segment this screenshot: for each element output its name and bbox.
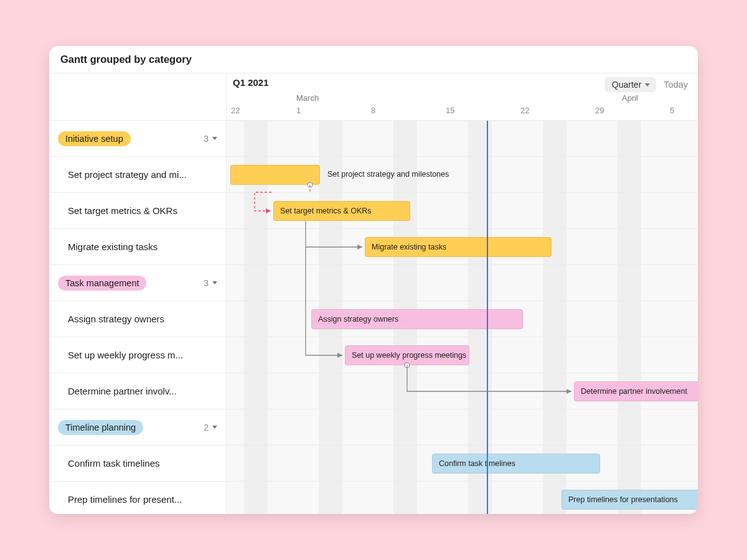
day-axis: 22181522295 (227, 106, 698, 118)
gantt-card: Gantt grouped by category Q1 2021 Quarte… (49, 46, 698, 514)
timeline-header: Q1 2021 Quarter Today MarchApril 2218152… (49, 73, 698, 121)
group-row[interactable]: Initiative setup3 (49, 121, 226, 157)
month-axis: MarchApril (227, 93, 698, 105)
day-label: 1 (296, 106, 301, 115)
task-row[interactable]: Set project strategy and mi... (49, 157, 226, 193)
gantt-bar[interactable]: Confirm task timelines (432, 454, 600, 474)
gantt-bar[interactable]: Set up weekly progress meetings (345, 345, 469, 365)
group-row[interactable]: Task management3 (49, 265, 226, 301)
gantt-chart-area[interactable]: Set project strategy and milestonesSet t… (227, 121, 698, 514)
task-list-column: Initiative setup3Set project strategy an… (49, 121, 227, 514)
timescale-label: Quarter (612, 80, 641, 90)
chevron-down-icon (212, 426, 217, 429)
month-label: March (296, 93, 319, 103)
today-indicator-line (487, 121, 488, 514)
group-count-number: 3 (204, 134, 209, 144)
row-divider (227, 264, 698, 265)
gantt-bar[interactable]: Assign strategy owners (311, 309, 523, 329)
task-row[interactable]: Prep timelines for present... (49, 482, 226, 514)
gantt-bar-label: Set project strategy and milestones (327, 170, 449, 179)
quarter-label: Q1 2021 (233, 77, 269, 88)
day-label: 29 (595, 106, 604, 115)
row-divider (227, 445, 698, 446)
group-count[interactable]: 2 (204, 422, 217, 432)
group-pill: Timeline planning (58, 420, 143, 435)
row-divider (227, 481, 698, 482)
task-row[interactable]: Migrate existing tasks (49, 229, 226, 265)
group-count[interactable]: 3 (204, 134, 217, 144)
weekend-stripe (618, 121, 641, 514)
task-row[interactable]: Confirm task timelines (49, 446, 226, 482)
row-divider (227, 301, 698, 301)
gantt-bar[interactable] (230, 165, 320, 185)
row-divider (227, 373, 698, 373)
gantt-body: Initiative setup3Set project strategy an… (49, 121, 698, 514)
task-row[interactable]: Set up weekly progress m... (49, 337, 226, 373)
row-divider (227, 192, 698, 193)
task-row[interactable]: Set target metrics & OKRs (49, 193, 226, 229)
page-title-bar: Gantt grouped by category (49, 46, 698, 73)
today-button[interactable]: Today (664, 80, 688, 90)
group-count[interactable]: 3 (204, 278, 217, 288)
row-divider (227, 228, 698, 229)
row-divider (227, 156, 698, 157)
task-row[interactable]: Determine partner involv... (49, 373, 226, 409)
gantt-bar[interactable]: Migrate existing tasks (365, 237, 552, 257)
group-row[interactable]: Timeline planning2 (49, 409, 226, 446)
chevron-down-icon (645, 83, 650, 86)
page-title: Gantt grouped by category (60, 54, 192, 65)
chevron-down-icon (212, 137, 217, 140)
group-pill: Task management (58, 276, 146, 291)
gantt-bar[interactable]: Determine partner involvement (574, 381, 698, 401)
day-label: 5 (670, 106, 674, 115)
gantt-bar[interactable]: Set target metrics & OKRs (273, 201, 410, 221)
left-col-header-spacer (49, 73, 227, 120)
day-label: 22 (520, 106, 529, 115)
day-label: 8 (371, 106, 375, 115)
timescale-select[interactable]: Quarter (604, 77, 656, 92)
day-label: 15 (446, 106, 454, 115)
gantt-bar[interactable]: Prep timelines for presentations (561, 490, 698, 510)
group-pill: Initiative setup (58, 131, 131, 146)
group-count-number: 3 (204, 278, 209, 288)
month-label: April (622, 93, 638, 103)
chevron-down-icon (212, 281, 217, 284)
day-label: 22 (231, 106, 240, 115)
row-divider (227, 337, 698, 337)
group-count-number: 2 (204, 422, 209, 432)
task-row[interactable]: Assign strategy owners (49, 301, 226, 337)
row-divider (227, 409, 698, 409)
